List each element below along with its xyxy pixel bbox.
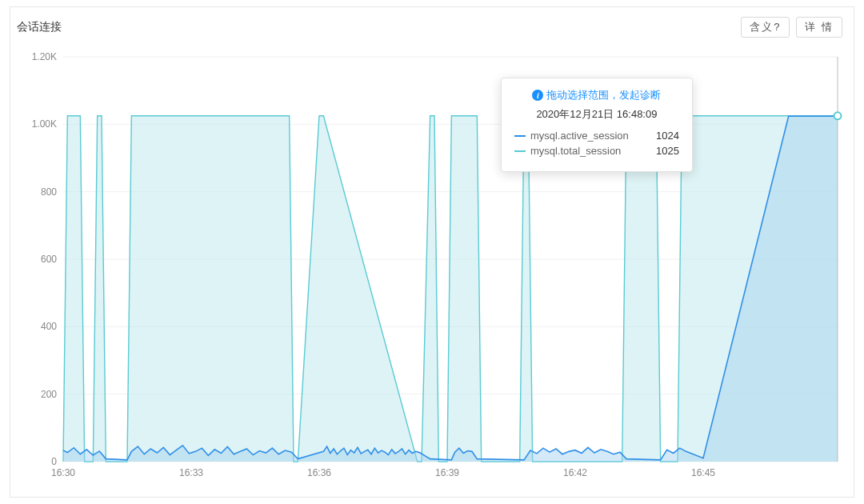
- svg-text:200: 200: [41, 389, 57, 400]
- svg-text:16:42: 16:42: [563, 467, 587, 478]
- svg-text:600: 600: [41, 254, 57, 265]
- panel-title: 会话连接: [17, 20, 62, 34]
- help-button[interactable]: 含义?: [741, 17, 790, 38]
- svg-text:1.00K: 1.00K: [32, 118, 57, 130]
- svg-text:16:30: 16:30: [51, 467, 75, 478]
- chart[interactable]: 02004006008001.00K1.20K16:3016:3316:3616…: [20, 47, 844, 482]
- series-label: mysql.active_session: [530, 130, 629, 142]
- svg-text:16:36: 16:36: [307, 467, 331, 478]
- series-swatch: [514, 150, 526, 152]
- series-value: 1025: [656, 145, 679, 157]
- chart-tooltip: i 拖动选择范围，发起诊断 2020年12月21日 16:48:09 mysql…: [501, 78, 693, 172]
- svg-text:16:33: 16:33: [179, 467, 203, 478]
- detail-button[interactable]: 详 情: [796, 17, 842, 38]
- tooltip-time: 2020年12月21日 16:48:09: [514, 107, 679, 122]
- header-buttons: 含义? 详 情: [741, 17, 842, 38]
- series-value: 1024: [656, 130, 679, 142]
- tooltip-row: mysql.total_session1025: [514, 145, 679, 157]
- svg-text:16:39: 16:39: [435, 467, 459, 478]
- svg-point-21: [834, 112, 842, 119]
- series-label: mysql.total_session: [530, 145, 621, 157]
- series-swatch: [514, 135, 526, 137]
- panel-header: 会话连接 含义? 详 情: [10, 7, 854, 42]
- svg-text:16:45: 16:45: [691, 467, 715, 478]
- info-icon: i: [532, 90, 543, 101]
- tooltip-row: mysql.active_session1024: [514, 130, 679, 142]
- svg-text:0: 0: [51, 456, 57, 467]
- tooltip-hint: i 拖动选择范围，发起诊断: [514, 88, 679, 102]
- svg-text:400: 400: [41, 321, 57, 332]
- chart-panel: 会话连接 含义? 详 情 02004006008001.00K1.20K16:3…: [10, 6, 854, 498]
- tooltip-hint-text: 拖动选择范围，发起诊断: [546, 88, 661, 102]
- tooltip-rows: mysql.active_session1024mysql.total_sess…: [514, 130, 679, 157]
- svg-text:800: 800: [41, 186, 57, 198]
- svg-text:1.20K: 1.20K: [32, 51, 57, 62]
- chart-svg[interactable]: 02004006008001.00K1.20K16:3016:3316:3616…: [20, 47, 844, 482]
